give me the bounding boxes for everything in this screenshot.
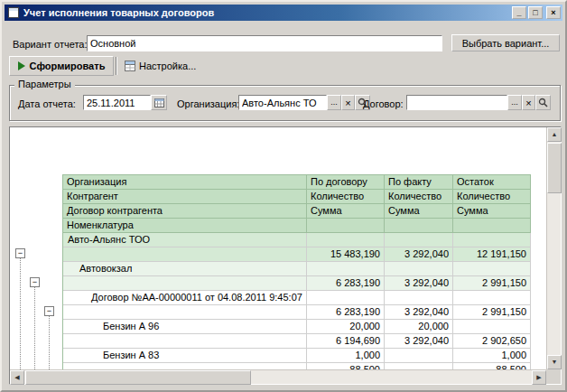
scroll-right-button[interactable]: ▶: [532, 370, 546, 385]
cell-value: 3 292,040: [385, 276, 453, 291]
variant-input[interactable]: [87, 35, 442, 51]
cell-value: [385, 262, 453, 276]
cell-value: 2 902,650: [453, 334, 531, 349]
header-row: Контрагент Количество Количество Количес…: [63, 190, 531, 204]
header-cell: Сумма: [307, 204, 385, 219]
row-label: Авто-Альянс ТОО: [63, 233, 307, 247]
title-bar[interactable]: Учет исполнения товарных договоров _ □ ×: [5, 5, 562, 21]
maximize-button[interactable]: □: [528, 6, 543, 19]
magnifier-icon: [538, 98, 548, 107]
cell-value: 6 283,190: [307, 305, 385, 320]
table-row: Бензин А 83 1,000 1,000: [63, 349, 531, 363]
organization-choose-button[interactable]: ...: [327, 95, 341, 110]
collapse-button-level-2[interactable]: −: [30, 277, 40, 287]
row-label: Автовокзал: [63, 262, 307, 276]
header-row: Номенклатура: [63, 219, 531, 233]
settings-button-label: Настройка...: [139, 61, 196, 71]
contract-choose-button[interactable]: ...: [507, 95, 522, 110]
tree-line: [49, 316, 50, 369]
tree-line: [20, 258, 21, 369]
window-icon: [8, 7, 19, 18]
row-label: [63, 276, 307, 291]
cell-value: [453, 233, 531, 247]
row-label: Бензин А 83: [63, 349, 307, 363]
contract-label: Договор:: [363, 98, 404, 109]
window-title: Учет исполнения товарных договоров: [23, 7, 214, 18]
cell-value: [307, 291, 385, 305]
header-cell: По факту: [385, 175, 453, 190]
cell-value: 12 191,150: [453, 247, 531, 262]
calendar-button[interactable]: [151, 95, 167, 110]
row-label: Договор №АА-00000011 от 04.08.2011 9:45:…: [63, 291, 307, 305]
header-cell: Контрагент: [63, 190, 307, 204]
scroll-left-button[interactable]: ◀: [10, 370, 24, 385]
contract-clear-button[interactable]: ×: [522, 95, 535, 110]
cell-value: 1,000: [453, 349, 531, 363]
header-cell: Договор контрагента: [63, 204, 307, 219]
cell-value: [453, 262, 531, 276]
horizontal-scroll-thumb[interactable]: [25, 370, 251, 385]
organization-clear-button[interactable]: ×: [341, 95, 355, 110]
settings-button[interactable]: Настройка...: [120, 57, 200, 75]
header-cell: [453, 219, 531, 233]
minimize-button[interactable]: _: [512, 6, 526, 19]
cell-value: 2 991,150: [453, 305, 531, 320]
header-cell: Сумма: [385, 204, 453, 219]
scroll-down-button[interactable]: ▼: [547, 355, 562, 369]
vertical-scroll-thumb[interactable]: [547, 143, 562, 193]
cell-value: 3 292,040: [385, 305, 453, 320]
table-row: 15 483,190 3 292,040 12 191,150: [63, 247, 531, 262]
choose-variant-button[interactable]: Выбрать вариант...: [451, 34, 560, 51]
header-cell: [307, 219, 385, 233]
toolbar-divider: [116, 57, 117, 75]
table-row: Авто-Альянс ТОО: [63, 233, 531, 247]
cell-value: 88,500: [307, 363, 385, 369]
parameters-legend: Параметры: [14, 79, 75, 89]
table-row: 6 283,190 3 292,040 2 991,150: [63, 305, 531, 320]
header-row: Договор контрагента Сумма Сумма Сумма: [63, 204, 531, 219]
row-label: [63, 247, 307, 262]
vertical-scrollbar[interactable]: ▲ ▼: [546, 127, 561, 369]
organization-label: Организация:: [177, 98, 239, 109]
header-row: Организация По договору По факту Остаток: [63, 175, 531, 190]
table-row: Договор №АА-00000011 от 04.08.2011 9:45:…: [63, 291, 531, 305]
report-grid: − − − Организация По договору По факту О…: [9, 126, 562, 385]
cell-value: 2 991,150: [453, 276, 531, 291]
cell-value: [385, 233, 453, 247]
horizontal-scrollbar[interactable]: ◀ ▶: [10, 369, 546, 384]
table-row: Бензин А 96 20,000 20,000: [63, 320, 531, 334]
table-row: 6 194,690 3 292,040 2 902,650: [63, 334, 531, 349]
cell-value: 1,000: [307, 349, 385, 363]
run-icon: [18, 61, 25, 70]
settings-icon: [125, 61, 135, 71]
close-button[interactable]: ×: [546, 6, 561, 19]
table-row: 88,500 88,500: [63, 363, 531, 369]
contract-input[interactable]: [406, 95, 507, 110]
collapse-button-level-3[interactable]: −: [44, 306, 54, 316]
cell-value: [453, 291, 531, 305]
table-row: Автовокзал: [63, 262, 531, 276]
cell-value: 15 483,190: [307, 247, 385, 262]
cell-value: [385, 349, 453, 363]
cell-value: 88,500: [453, 363, 531, 369]
scroll-up-button[interactable]: ▲: [547, 127, 562, 142]
variant-label: Вариант отчета:: [13, 39, 88, 50]
cell-value: 20,000: [307, 320, 385, 334]
organization-input[interactable]: [238, 95, 327, 110]
generate-button[interactable]: Сформировать: [9, 56, 114, 76]
collapse-button-level-1[interactable]: −: [15, 248, 25, 258]
table-row: 6 283,190 3 292,040 2 991,150: [63, 276, 531, 291]
cell-value: [453, 320, 531, 334]
cell-value: 3 292,040: [385, 247, 453, 262]
cell-value: 20,000: [385, 320, 453, 334]
header-cell: Количество: [385, 190, 453, 204]
contract-open-button[interactable]: [535, 95, 551, 110]
header-cell: Номенклатура: [63, 219, 307, 233]
calendar-icon: [154, 98, 164, 107]
app-window: Учет исполнения товарных договоров _ □ ×…: [0, 0, 567, 392]
report-date-input[interactable]: [83, 95, 151, 110]
report-table: Организация По договору По факту Остаток…: [62, 174, 531, 369]
row-label: [63, 305, 307, 320]
cell-value: [385, 291, 453, 305]
report-date-label: Дата отчета:: [18, 98, 76, 109]
